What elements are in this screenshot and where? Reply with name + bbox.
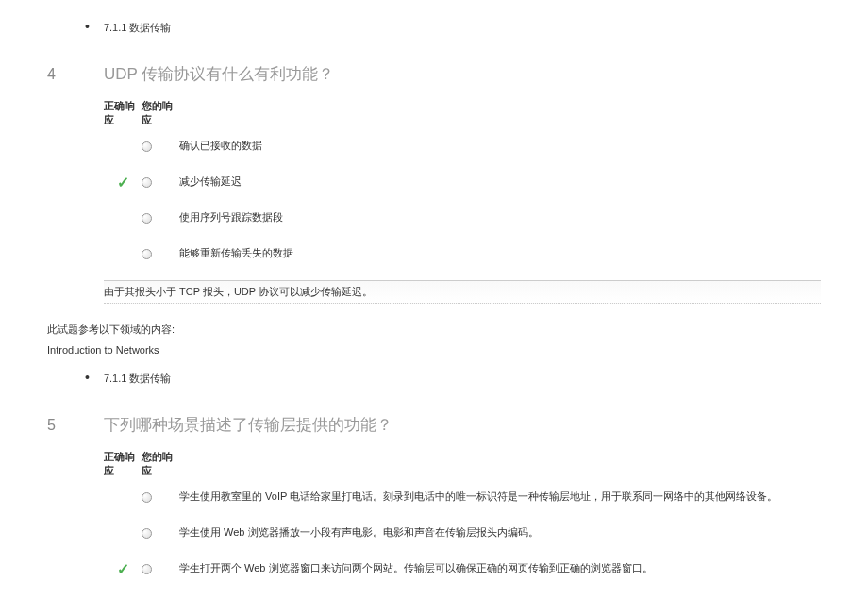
domain-name: Introduction to Networks	[47, 344, 821, 356]
option-text: 使用序列号跟踪数据段	[179, 208, 821, 227]
option-row: 使用序列号跟踪数据段	[104, 208, 821, 227]
question-content: 下列哪种场景描述了传输层提供的功能？ 正确响应 您的响应 学生使用教室里的 Vo…	[104, 400, 821, 595]
question-5: 5 下列哪种场景描述了传输层提供的功能？ 正确响应 您的响应 学生使用教室里的 …	[47, 400, 821, 595]
domain-reference-label: 此试题参考以下领域的内容:	[47, 323, 821, 337]
options-list: 学生使用教室里的 VoIP 电话给家里打电话。刻录到电话中的唯一标识符是一种传输…	[104, 488, 821, 578]
radio-icon[interactable]	[142, 141, 152, 152]
checkmark-icon: ✓	[117, 174, 129, 191]
radio-col	[142, 213, 179, 224]
header-your: 您的响应	[142, 99, 179, 127]
radio-col	[142, 141, 179, 152]
response-header: 正确响应 您的响应	[104, 99, 821, 127]
radio-icon[interactable]	[142, 213, 152, 224]
topic-reference: 7.1.1 数据传输	[85, 370, 821, 386]
radio-col	[142, 492, 179, 503]
explanation: 由于其报头小于 TCP 报头，UDP 协议可以减少传输延迟。	[104, 280, 821, 304]
question-title: 下列哪种场景描述了传输层提供的功能？	[104, 414, 821, 436]
option-row: 确认已接收的数据	[104, 137, 821, 156]
checkmark-icon: ✓	[117, 560, 129, 578]
option-row: 能够重新传输丢失的数据	[104, 244, 821, 263]
option-text: 能够重新传输丢失的数据	[179, 244, 821, 263]
radio-icon[interactable]	[142, 249, 152, 259]
correct-indicator: ✓	[104, 560, 142, 578]
radio-col	[142, 249, 179, 259]
header-correct: 正确响应	[104, 99, 142, 127]
radio-col	[142, 564, 179, 574]
radio-icon[interactable]	[142, 492, 152, 503]
option-text: 减少传输延迟	[179, 173, 821, 191]
radio-icon[interactable]	[142, 177, 152, 188]
topic-reference: 7.1.1 数据传输	[85, 19, 821, 35]
correct-indicator: ✓	[104, 174, 142, 191]
option-row: ✓ 学生打开两个 Web 浏览器窗口来访问两个网站。传输层可以确保正确的网页传输…	[104, 559, 821, 578]
option-text: 学生使用 Web 浏览器播放一小段有声电影。电影和声音在传输层报头内编码。	[179, 523, 821, 542]
option-text: 确认已接收的数据	[179, 137, 821, 156]
question-4: 4 UDP 传输协议有什么有利功能？ 正确响应 您的响应 确认已接收的数据 ✓ …	[47, 49, 821, 304]
option-row: ✓ 减少传输延迟	[104, 173, 821, 191]
radio-col	[142, 177, 179, 188]
radio-icon[interactable]	[142, 528, 152, 539]
radio-icon[interactable]	[142, 564, 152, 574]
option-row: 学生使用 Web 浏览器播放一小段有声电影。电影和声音在传输层报头内编码。	[104, 523, 821, 542]
question-content: UDP 传输协议有什么有利功能？ 正确响应 您的响应 确认已接收的数据 ✓ 减少…	[104, 49, 821, 304]
header-correct: 正确响应	[104, 450, 142, 478]
header-your: 您的响应	[142, 450, 179, 478]
option-text: 学生打开两个 Web 浏览器窗口来访问两个网站。传输层可以确保正确的网页传输到正…	[179, 559, 821, 578]
response-header: 正确响应 您的响应	[104, 450, 821, 478]
option-row: 学生使用教室里的 VoIP 电话给家里打电话。刻录到电话中的唯一标识符是一种传输…	[104, 488, 821, 506]
option-text: 学生使用教室里的 VoIP 电话给家里打电话。刻录到电话中的唯一标识符是一种传输…	[179, 488, 821, 506]
question-number: 5	[47, 400, 104, 595]
radio-col	[142, 528, 179, 539]
options-list: 确认已接收的数据 ✓ 减少传输延迟 使用序列号跟踪数据段 能够重新传输丢失的数据	[104, 137, 821, 263]
question-title: UDP 传输协议有什么有利功能？	[104, 63, 821, 85]
question-number: 4	[47, 49, 104, 304]
